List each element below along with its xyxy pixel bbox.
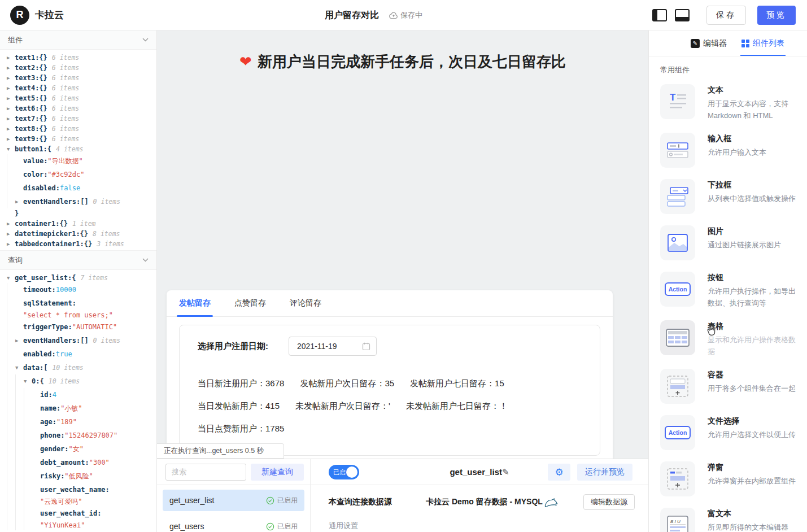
indent-guide (15, 442, 24, 456)
component-name: 文本 (708, 85, 797, 95)
date-picker-input[interactable]: 2021-11-19 (289, 337, 377, 356)
component-card-文本[interactable]: T文本用于显示文本内容，支持 Markdown 和 HTML (649, 79, 807, 127)
tree-key: text5 (15, 94, 35, 102)
common-components-title: 常用组件 (649, 56, 807, 79)
indent-guide (7, 296, 15, 310)
component-card-弹窗[interactable]: 弹窗允许弹窗并在内部放置组件 (649, 456, 807, 502)
expand-arrow-icon[interactable]: ▶ (7, 116, 15, 121)
chevron-down-icon[interactable] (142, 38, 149, 42)
collapse-arrow-icon[interactable]: ▼ (7, 275, 15, 281)
components-section-header[interactable]: 组件 (0, 30, 156, 50)
stat-value: 3678 (265, 378, 284, 388)
indent-guide (7, 469, 15, 483)
component-card-按钮[interactable]: Action按钮允许用户执行操作，如导出数据、执行查询等 (649, 266, 807, 315)
tree-row: value : "导出数据" (7, 154, 156, 168)
tree-brace: {} (39, 74, 47, 82)
expand-arrow-icon[interactable]: ▶ (7, 85, 15, 91)
tree-row: ▼button1 : {4 items (7, 144, 156, 154)
expand-arrow-icon[interactable]: ▶ (7, 75, 15, 81)
canvas-tab-点赞留存[interactable]: 点赞留存 (234, 290, 266, 316)
query-name: get_users (169, 522, 204, 531)
component-card-富文本[interactable]: B I U富文本所见即所得的文本编辑器 (649, 502, 807, 532)
indent-guide (7, 429, 15, 442)
component-card-下拉框[interactable]: 下拉框从列表中选择值或触发操作 (649, 173, 807, 220)
tree-colon: : (76, 230, 80, 238)
component-description: 从列表中选择值或触发操作 (708, 193, 797, 205)
tree-key: text6 (15, 104, 35, 112)
component-card-文件选择[interactable]: Action文件选择允许用户选择文件以便上传 (649, 409, 807, 456)
preview-button[interactable]: 预览 (757, 6, 796, 25)
tree-colon: : (43, 171, 47, 178)
tree-value: "#3c92dc" (47, 171, 84, 178)
expand-arrow-icon[interactable]: ▶ (7, 221, 15, 226)
tree-row: timeout : 10000 (7, 283, 156, 296)
tree-row: id : 4 (7, 388, 156, 402)
tree-value: "select * from users;" (23, 311, 113, 319)
expand-arrow-icon[interactable]: ▶ (15, 338, 23, 343)
collapse-arrow-icon[interactable]: ▼ (15, 365, 23, 370)
query-settings-button[interactable]: ⚙ (548, 464, 570, 481)
tree-value: "低风险" (64, 472, 93, 481)
expand-arrow-icon[interactable]: ▶ (7, 231, 15, 237)
component-card-表格[interactable]: 表格显示和允许用户操作表格数据 (649, 315, 807, 363)
expand-arrow-icon[interactable]: ▶ (7, 106, 15, 111)
tree-row: ▶text8 : {}6 items (7, 124, 156, 134)
tree-colon: : (53, 418, 56, 426)
tree-brace: [] (80, 198, 88, 206)
indent-guide (7, 415, 15, 429)
tabbed-container-tabs: 发帖留存点赞留存评论留存 (167, 290, 613, 317)
stat-group: 发帖新用户次日留存：35 (300, 378, 394, 388)
component-card-容器[interactable]: 容器用于将多个组件集合在一起 (649, 363, 807, 409)
retention-stats: 当日新注册用户：3678发帖新用户次日留存：35发帖新用户七日留存：15当日发帖… (198, 378, 600, 436)
component-card-text: 图片通过图片链接展示图片 (708, 225, 797, 260)
tree-value: "云逸可爱吗" (40, 497, 82, 507)
expand-arrow-icon[interactable]: ▶ (7, 241, 15, 247)
edit-datasource-button[interactable]: 编辑数据源 (583, 494, 635, 510)
query-search-input[interactable] (165, 464, 246, 481)
component-card-图片[interactable]: 图片通过图片链接展示图片 (649, 220, 807, 266)
indent-guide (15, 429, 24, 442)
save-button[interactable]: 保存 (706, 6, 746, 25)
tab-editor[interactable]: ✎ 编辑器 (691, 30, 727, 56)
tree-colon: : (35, 135, 39, 143)
query-list-item-get_users[interactable]: get_users已启用 (163, 516, 304, 532)
tree-item-count: 6 items (52, 94, 79, 102)
tree-key: phone (40, 431, 60, 439)
expand-arrow-icon[interactable]: ▶ (7, 65, 15, 71)
query-enabled-toggle[interactable]: 已启 (329, 465, 359, 479)
query-list-item-get_user_list[interactable]: get_user_list已启用 (163, 490, 304, 511)
expand-arrow-icon[interactable]: ▶ (7, 55, 15, 60)
tree-value: "15246297807" (64, 431, 117, 439)
toggle-left-panel-icon[interactable] (652, 9, 667, 21)
component-card-text: 按钮允许用户执行操作，如导出数据、执行查询等 (708, 272, 797, 309)
collapse-arrow-icon[interactable]: ▼ (24, 378, 32, 384)
expand-arrow-icon[interactable]: ▶ (15, 199, 23, 204)
indent-guide (7, 310, 15, 320)
svg-text:Action: Action (669, 286, 687, 293)
run-preview-button[interactable]: 运行并预览 (577, 464, 632, 481)
tab-component-list[interactable]: 组件列表 (741, 30, 784, 56)
datasource-value: 卡拉云 Demo 留存数据 - MYSQL (426, 496, 559, 508)
new-query-button[interactable]: 新建查询 (251, 464, 304, 481)
tree-item-count: 6 items (52, 84, 79, 92)
queries-section-header[interactable]: 查询 (0, 250, 156, 270)
tree-colon: : (35, 115, 39, 123)
indent-guide (24, 415, 32, 429)
inner-container: 选择用户注册日期: 2021-11-19 当日新注册用户：3678发帖新用户次日… (179, 325, 600, 456)
canvas-tab-发帖留存[interactable]: 发帖留存 (179, 290, 211, 316)
indent-guide (7, 507, 15, 520)
indent-guide (7, 195, 15, 208)
toggle-bottom-panel-icon[interactable] (675, 9, 690, 21)
expand-arrow-icon[interactable]: ▶ (7, 136, 15, 142)
indent-guide (15, 520, 24, 530)
collapse-arrow-icon[interactable]: ▼ (7, 146, 15, 152)
component-card-输入框[interactable]: 输入框允许用户输入文本 (649, 127, 807, 173)
expand-arrow-icon[interactable]: ▶ (7, 95, 15, 101)
stat-group: 当日新注册用户：3678 (198, 378, 284, 388)
chevron-down-icon[interactable] (142, 258, 149, 262)
tree-colon: : (68, 274, 72, 282)
canvas-tab-评论留存[interactable]: 评论留存 (290, 290, 321, 316)
edit-query-name-icon[interactable]: ✎ (502, 467, 509, 477)
expand-arrow-icon[interactable]: ▶ (7, 126, 15, 132)
tree-row: ▶text6 : {}6 items (7, 103, 156, 114)
